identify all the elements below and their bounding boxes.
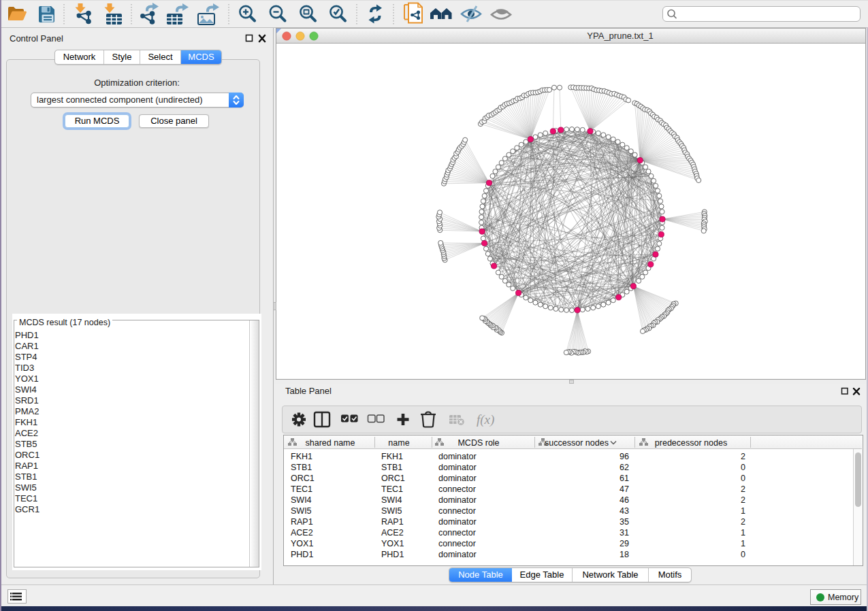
svg-text:MCDS role: MCDS role [457, 438, 499, 448]
svg-text:f(x): f(x) [477, 412, 494, 427]
svg-text:name: name [388, 438, 409, 448]
svg-text:successor nodes: successor nodes [545, 438, 609, 448]
svg-text:predecessor nodes: predecessor nodes [655, 438, 727, 448]
svg-text:shared name: shared name [306, 438, 355, 448]
